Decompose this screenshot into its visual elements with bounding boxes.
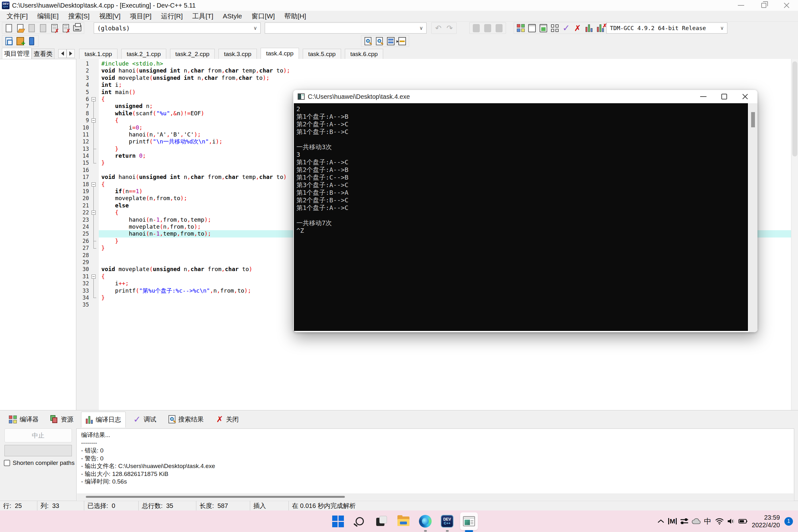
save-all-button[interactable] <box>37 23 49 33</box>
save-button[interactable] <box>26 23 37 33</box>
compile-run-button[interactable] <box>538 23 549 33</box>
chevron-up-icon[interactable] <box>655 515 667 528</box>
taskbar-clock[interactable]: 23:59 2022/4/20 <box>752 514 780 529</box>
tab-project-manager[interactable]: 项目管理 <box>2 48 32 59</box>
find-button[interactable] <box>362 36 374 46</box>
editor-tab-task.4.cpp[interactable]: task.4.cpp <box>261 48 299 59</box>
menu-item-8[interactable]: AStyle <box>218 11 247 21</box>
console-scrollbar[interactable] <box>748 103 758 332</box>
forward-button[interactable] <box>482 23 493 33</box>
fold-collapse-icon[interactable] <box>92 118 96 122</box>
console-scroll-thumb[interactable] <box>751 112 755 127</box>
members-combobox[interactable]: ∨ <box>265 22 426 34</box>
menu-item-9[interactable]: 窗口[W] <box>247 11 280 21</box>
menu-item-7[interactable]: 工具[T] <box>188 11 218 21</box>
log-scroll-thumb[interactable] <box>86 496 345 498</box>
close-all-button[interactable]: ✗ <box>60 23 72 33</box>
print-button[interactable] <box>72 23 83 33</box>
console-window[interactable]: C:\Users\huawei\Desktop\task.4.exe 2第1个盘… <box>293 90 758 332</box>
edge-button[interactable] <box>418 514 432 528</box>
menu-item-3[interactable]: 搜索[S] <box>63 11 94 21</box>
bottom-tab-关闭[interactable]: ✗关闭 <box>212 412 243 426</box>
editor-tab-task.2_2.cpp[interactable]: task.2_2.cpp <box>170 49 215 59</box>
editor-vertical-scrollbar[interactable] <box>791 59 798 410</box>
wifi-icon[interactable] <box>714 515 725 528</box>
tab-scroll-right-button[interactable] <box>66 49 75 58</box>
rebuild-button[interactable] <box>549 23 560 33</box>
battery-icon[interactable] <box>737 515 748 528</box>
editor-scroll-thumb[interactable] <box>792 61 797 156</box>
abort-button[interactable]: 中止 <box>4 429 72 442</box>
code-line[interactable]: int i; <box>99 81 798 88</box>
menu-item-2[interactable]: 编辑[E] <box>33 11 64 21</box>
minimize-button[interactable] <box>729 0 753 11</box>
globals-combobox[interactable]: (globals) ∨ <box>94 22 261 34</box>
add-to-project-button[interactable] <box>15 36 26 46</box>
console-close-button[interactable] <box>735 90 756 103</box>
search-button[interactable] <box>353 514 367 528</box>
goto-line-button[interactable] <box>385 36 397 46</box>
start-button[interactable] <box>331 514 345 528</box>
syntax-check-button[interactable]: ✓ <box>560 23 572 33</box>
menu-item-6[interactable]: 运行[R] <box>156 11 188 21</box>
editor-tab-task.6.cpp[interactable]: task.6.cpp <box>345 49 383 59</box>
onedrive-icon[interactable] <box>690 515 702 528</box>
fold-collapse-icon[interactable] <box>92 97 96 101</box>
menu-item-4[interactable]: 视图[V] <box>94 11 126 21</box>
editor-tab-task.2_1.cpp[interactable]: task.2_1.cpp <box>121 49 166 59</box>
undo-button[interactable]: ↶ <box>433 23 444 33</box>
find-in-files-button[interactable] <box>374 36 385 46</box>
console-maximize-button[interactable] <box>714 90 735 103</box>
run-button[interactable] <box>526 23 538 33</box>
close-button[interactable] <box>775 0 798 11</box>
editor-tab-task.1.cpp[interactable]: task.1.cpp <box>79 49 117 59</box>
fold-collapse-icon[interactable] <box>92 211 96 215</box>
stop-button[interactable]: ✗ <box>572 23 583 33</box>
code-line[interactable]: #include <stdio.h> <box>99 60 798 67</box>
fold-collapse-icon[interactable] <box>92 183 96 187</box>
console-app-button[interactable] <box>462 514 476 528</box>
file-explorer-button[interactable] <box>397 514 411 528</box>
volume-icon[interactable] <box>725 515 737 528</box>
tab-scroll-left-button[interactable] <box>58 49 66 58</box>
menu-item-5[interactable]: 项目[P] <box>126 11 156 21</box>
new-project-button[interactable] <box>3 36 15 46</box>
bottom-tab-编译日志[interactable]: 编译日志 <box>81 412 126 428</box>
new-file-button[interactable] <box>3 23 15 33</box>
console-minimize-button[interactable] <box>693 90 714 103</box>
tab-class-browser[interactable]: 查看类 <box>32 49 55 59</box>
quick-settings-icon[interactable] <box>678 515 690 528</box>
bottom-tab-搜索结果[interactable]: 搜索结果 <box>164 412 208 426</box>
compile-log[interactable]: 编译结果...--------- 错误: 0- 警告: 0- 输出文件名: C:… <box>76 429 794 501</box>
bottom-tab-资源[interactable]: 资源 <box>46 412 78 426</box>
code-line[interactable]: void moveplate(unsigned int n,char from,… <box>99 74 798 81</box>
menu-item-1[interactable]: 文件[F] <box>2 11 33 21</box>
fold-collapse-icon[interactable] <box>92 274 96 279</box>
editor-tab-task.3.cpp[interactable]: task.3.cpp <box>218 49 257 59</box>
log-horizontal-scrollbar[interactable] <box>77 493 794 500</box>
code-line[interactable]: void hanoi(unsigned int n,char from,char… <box>99 67 798 74</box>
back-button[interactable] <box>471 23 482 33</box>
goto-function-button[interactable] <box>397 36 408 46</box>
bottom-tab-调试[interactable]: ✓调试 <box>129 412 160 426</box>
profile-button[interactable] <box>583 23 595 33</box>
shorten-paths-checkbox[interactable] <box>4 460 10 466</box>
console-title-bar[interactable]: C:\Users\huawei\Desktop\task.4.exe <box>293 90 758 103</box>
menu-item-10[interactable]: 帮助[H] <box>280 11 311 21</box>
abort-button[interactable] <box>493 23 505 33</box>
editor-tab-task.5.cpp[interactable]: task.5.cpp <box>303 49 341 59</box>
compiler-combobox[interactable]: TDM-GCC 4.9.2 64-bit Release ∨ <box>606 22 727 34</box>
task-view-button[interactable] <box>375 514 388 528</box>
ime-m-icon[interactable]: M <box>667 515 678 528</box>
redo-button[interactable]: ↷ <box>444 23 455 33</box>
console-output[interactable]: 2第1个盘子:A-->B第2个盘子:A-->C第1个盘子:B-->C一共移动3次… <box>294 103 748 331</box>
notification-badge[interactable]: 1 <box>784 517 793 526</box>
delete-profile-button[interactable]: ✗ <box>595 23 606 33</box>
bottom-tab-编译器[interactable]: 编译器 <box>4 412 43 426</box>
restore-button[interactable] <box>753 0 775 11</box>
dev-cpp-button[interactable]: DEVC++ <box>440 514 454 528</box>
ime-zh-icon[interactable]: 中 <box>702 515 714 528</box>
open-file-button[interactable] <box>15 23 26 33</box>
project-panel[interactable] <box>0 59 76 410</box>
close-file-button[interactable]: ✗ <box>49 23 60 33</box>
